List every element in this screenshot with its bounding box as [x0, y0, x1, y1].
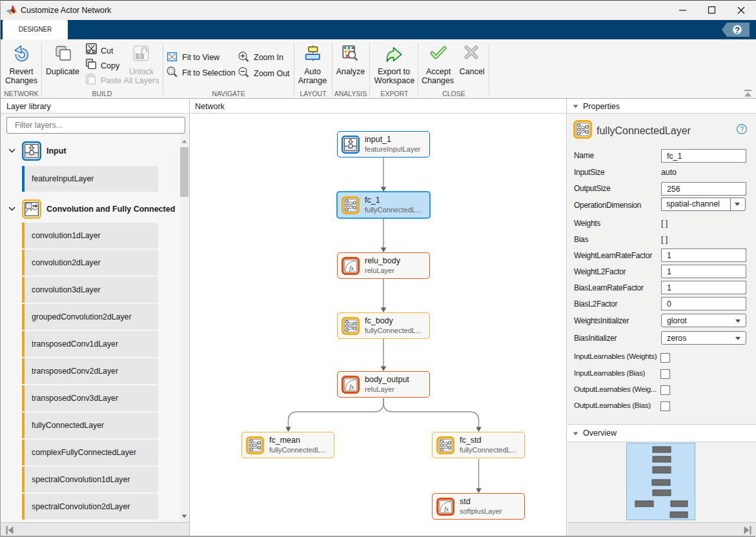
svg-text:fx: fx [349, 265, 354, 272]
svg-text:?: ? [740, 125, 744, 133]
svg-text:fx: fx [444, 505, 449, 512]
svg-text:fx: fx [349, 383, 354, 390]
svg-text:?: ? [735, 25, 740, 35]
